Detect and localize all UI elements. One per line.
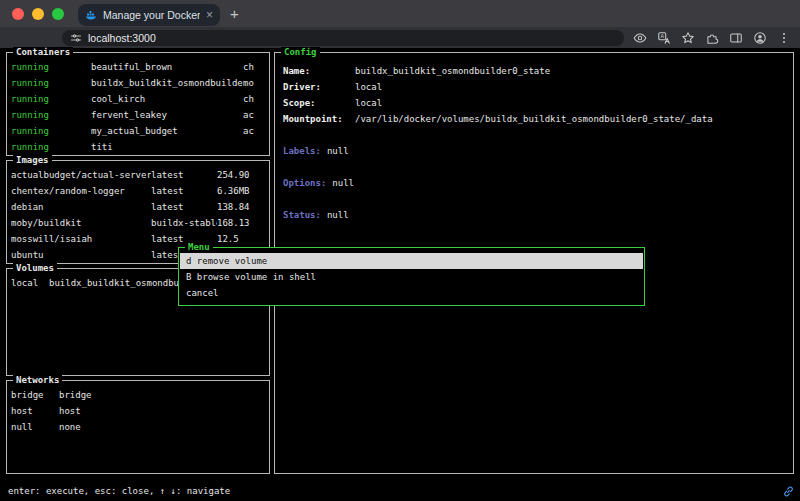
close-window-button[interactable] <box>12 8 24 20</box>
browser-toolbar: localhost:3000 A <box>0 27 800 48</box>
zoom-window-button[interactable] <box>52 8 64 20</box>
minimize-window-button[interactable] <box>32 8 44 20</box>
menu-item-cancel[interactable]: cancel <box>180 285 643 301</box>
extensions-puzzle-icon[interactable] <box>704 30 720 46</box>
config-field-label: Name: <box>283 63 355 79</box>
network-row[interactable]: null none <box>11 419 266 435</box>
network-row[interactable]: host host <box>11 403 266 419</box>
image-row[interactable]: chentex/random-logger latest 6.36MB <box>11 183 266 199</box>
image-row[interactable]: debian latest 138.84 <box>11 199 266 215</box>
link-icon <box>782 485 795 498</box>
networks-panel: Networks bridge bridge host host null no… <box>6 380 270 474</box>
image-size: 12.5 <box>217 231 266 247</box>
config-field-label: Mountpoint: <box>283 111 355 127</box>
config-field-label: Status: <box>283 207 321 223</box>
config-field: Name: buildx_buildkit_osmondbuilder0_sta… <box>283 63 790 79</box>
image-tag: latest <box>151 167 217 183</box>
menu-item-remove-volume[interactable]: d remove volume <box>180 253 643 269</box>
network-name: null <box>11 419 59 435</box>
config-field-label: Options: <box>283 175 326 191</box>
config-field-value: local <box>355 95 790 111</box>
window-controls <box>12 8 64 20</box>
network-driver: none <box>59 419 266 435</box>
image-name: actualbudget/actual-server <box>11 167 151 183</box>
container-row[interactable]: running beautiful_brown ch <box>11 59 266 75</box>
config-field-value: local <box>355 79 790 95</box>
volumes-panel-title: Volumes <box>13 263 57 273</box>
container-row[interactable]: running buildx_buildkit_osmondbuilder0 m… <box>11 75 266 91</box>
images-panel-title: Images <box>13 155 52 165</box>
image-name: ubuntu <box>11 247 151 261</box>
container-name: titi <box>91 139 243 153</box>
volume-driver: local <box>11 275 49 291</box>
config-field-label: Scope: <box>283 95 355 111</box>
container-name: buildx_buildkit_osmondbuilder0 <box>91 75 243 91</box>
toolbar-icons: A <box>632 30 792 46</box>
image-tag: buildx-stable-1 <box>151 215 217 231</box>
image-name: chentex/random-logger <box>11 183 151 199</box>
image-tag: latest <box>151 183 217 199</box>
config-field-value: buildx_buildkit_osmondbuilder0_state <box>355 63 790 79</box>
network-name: bridge <box>11 387 59 403</box>
config-field: Driver: local <box>283 79 790 95</box>
networks-panel-title: Networks <box>13 375 62 385</box>
image-row[interactable]: moby/buildkit buildx-stable-1 168.13 <box>11 215 266 231</box>
container-row[interactable]: running cool_kirch ch <box>11 91 266 107</box>
image-size: 6.36MB <box>217 183 266 199</box>
image-size: 254.90 <box>217 167 266 183</box>
network-driver: host <box>59 403 266 419</box>
translate-icon[interactable]: A <box>656 30 672 46</box>
container-image: ac <box>243 123 266 139</box>
tab-title: Manage your Docker fleet w <box>103 9 200 21</box>
image-size: 138.84 <box>217 199 266 215</box>
browser-tab[interactable]: Manage your Docker fleet w × <box>78 4 220 26</box>
container-row[interactable]: running titi <box>11 139 266 153</box>
menu-item-browse-volume[interactable]: B browse volume in shell <box>180 269 643 285</box>
tune-icon[interactable] <box>70 32 82 44</box>
close-tab-icon[interactable]: × <box>206 9 213 21</box>
menu-popup: Menu d remove volume B browse volume in … <box>178 247 645 306</box>
password-eye-icon[interactable] <box>632 30 648 46</box>
container-state: running <box>11 75 91 91</box>
image-row[interactable]: actualbudget/actual-server latest 254.90 <box>11 167 266 183</box>
browser-chrome: Manage your Docker fleet w × + localhost… <box>0 0 800 48</box>
side-panel-icon[interactable] <box>728 30 744 46</box>
bookmark-star-icon[interactable] <box>680 30 696 46</box>
docker-favicon-icon <box>85 9 97 21</box>
container-image: ch <box>243 59 266 75</box>
image-row[interactable]: mosswill/isaiah latest 12.5 <box>11 231 266 247</box>
config-field-label: Labels: <box>283 143 321 159</box>
config-panel-title: Config <box>281 47 320 57</box>
containers-panel-title: Containers <box>13 47 73 57</box>
container-state: running <box>11 139 91 153</box>
container-state: running <box>11 59 91 75</box>
container-name: beautiful_brown <box>91 59 243 75</box>
svg-text:A: A <box>661 33 665 39</box>
container-image: ch <box>243 91 266 107</box>
config-field: Labels: null <box>283 143 790 159</box>
status-bar: enter: execute, esc: close, ↑ ↓: navigat… <box>8 485 230 497</box>
config-field-value: /var/lib/docker/volumes/buildx_buildkit_… <box>355 111 790 127</box>
container-name: my_actual_budget <box>91 123 243 139</box>
profile-avatar[interactable] <box>752 30 768 46</box>
container-row[interactable]: running my_actual_budget ac <box>11 123 266 139</box>
url-text: localhost:3000 <box>88 32 156 44</box>
container-row[interactable]: running fervent_leakey ac <box>11 107 266 123</box>
nav-spacer <box>8 37 62 38</box>
container-name: fervent_leakey <box>91 107 243 123</box>
network-row[interactable]: bridge bridge <box>11 387 266 403</box>
config-field: Options: null <box>283 175 790 191</box>
container-image: ac <box>243 107 266 123</box>
container-image <box>243 139 266 153</box>
address-bar[interactable]: localhost:3000 <box>62 30 624 46</box>
menu-kebab-icon[interactable] <box>776 30 792 46</box>
container-state: running <box>11 107 91 123</box>
config-field-label: Driver: <box>283 79 355 95</box>
network-name: host <box>11 403 59 419</box>
new-tab-button[interactable]: + <box>230 5 239 22</box>
tab-strip: Manage your Docker fleet w × + <box>0 0 800 27</box>
image-tag: latest <box>151 199 217 215</box>
container-image: mo <box>243 75 266 91</box>
docker-tui-page: Containers running beautiful_brown ch ru… <box>0 48 800 501</box>
config-field: Scope: local <box>283 95 790 111</box>
